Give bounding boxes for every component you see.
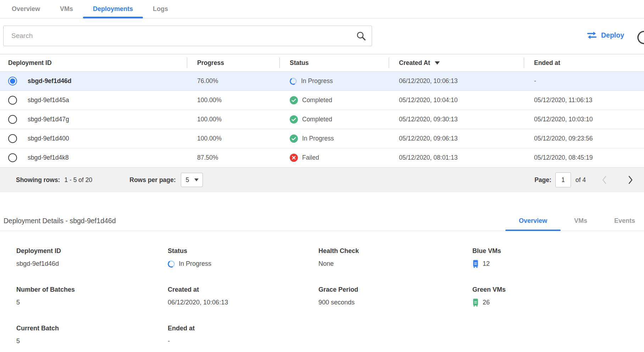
ended-at-value: 05/12/2020, 09:23:56: [524, 135, 644, 142]
rows-per-page-value: 5: [186, 176, 189, 184]
column-header-progress[interactable]: Progress: [187, 54, 279, 71]
detail-field-value: 12: [472, 259, 644, 268]
tab-overview[interactable]: Overview: [2, 0, 50, 18]
detail-field-value: 900 seconds: [318, 298, 472, 307]
details-tab-label: VMs: [574, 217, 587, 225]
ended-at-value: 05/12/2020, 10:03:10: [524, 116, 644, 123]
progress-value: 87.50%: [187, 154, 279, 161]
row-radio[interactable]: [8, 153, 17, 162]
detail-field-value: sbgd-9ef1d46d: [16, 259, 168, 268]
created-at-value: 05/12/2020, 10:04:10: [389, 97, 524, 104]
detail-field-value: In Progress: [168, 259, 318, 268]
deployments-table: Deployment IDProgressStatusCreated AtEnd…: [0, 54, 644, 192]
detail-field-value-text: 12: [483, 260, 490, 268]
deployment-id: sbgd-9ef1d4k8: [28, 154, 69, 161]
details-tab-overview[interactable]: Overview: [505, 211, 561, 231]
deployment-id: sbgd-9ef1d46d: [28, 77, 72, 85]
next-page-button[interactable]: [628, 175, 633, 185]
row-radio[interactable]: [8, 96, 17, 105]
status-label: In Progress: [301, 77, 333, 85]
status-cell: Completed: [279, 115, 389, 123]
detail-field-value-text: 900 seconds: [318, 299, 355, 306]
status-label: In Progress: [302, 135, 334, 142]
tab-vms[interactable]: VMs: [50, 0, 83, 18]
detail-field-value-text: sbgd-9ef1d46d: [16, 260, 59, 268]
search-input[interactable]: [3, 26, 372, 46]
refresh-icon[interactable]: [636, 29, 644, 45]
details-tab-label: Overview: [519, 217, 547, 225]
rows-per-page-select[interactable]: 5: [181, 173, 203, 187]
details-grid: Deployment IDsbgd-9ef1d46dStatusIn Progr…: [16, 247, 644, 346]
table-row[interactable]: sbgd-9ef1d45a100.00% Completed05/12/2020…: [0, 91, 644, 110]
search-icon[interactable]: [356, 31, 366, 41]
column-header-status[interactable]: Status: [279, 54, 389, 71]
detail-field-value: 06/12/2020, 10:06:13: [168, 298, 318, 307]
details-tab-label: Events: [614, 217, 635, 225]
detail-field-value-text: 5: [16, 299, 20, 306]
detail-field-label: Current Batch: [16, 325, 168, 332]
table-row[interactable]: sbgd-9ef1d46d76.00%In Progress06/12/2020…: [0, 72, 644, 91]
detail-field-value-text: In Progress: [179, 260, 211, 268]
tab-label: VMs: [60, 5, 73, 13]
vm-icon: [472, 298, 479, 307]
completed-check-icon: [290, 115, 298, 123]
detail-field-label: Blue VMs: [472, 247, 644, 255]
deployments-page: OverviewVMsDeploymentsLogs Deploy: [0, 0, 644, 352]
detail-field-label: Created at: [168, 286, 318, 293]
previous-page-button[interactable]: [601, 175, 607, 185]
table-row[interactable]: sbgd-9ef1d47g100.00% Completed05/12/2020…: [0, 110, 644, 129]
detail-field-label: Grace Period: [318, 286, 472, 293]
deployment-id: sbgd-9ef1d400: [28, 135, 69, 142]
detail-field-blue-vms: Blue VMs 12: [472, 247, 644, 268]
chevron-right-icon: [628, 175, 633, 185]
row-radio[interactable]: [8, 115, 17, 124]
sort-desc-icon[interactable]: [435, 61, 440, 65]
in-progress-spinner-icon: [167, 259, 176, 268]
detail-field-value-text: 26: [483, 299, 490, 306]
details-tab-events[interactable]: Events: [601, 211, 644, 231]
chevron-left-icon: [601, 175, 607, 185]
progress-value: 76.00%: [187, 77, 279, 85]
deployment-id: sbgd-9ef1d47g: [28, 116, 69, 123]
column-header-created-at[interactable]: Created At: [389, 54, 524, 71]
details-tab-vms[interactable]: VMs: [561, 211, 601, 231]
status-cell: Completed: [279, 96, 389, 104]
table-row[interactable]: sbgd-9ef1d400100.00% In Progress05/12/20…: [0, 129, 644, 148]
status-label: Completed: [302, 116, 332, 123]
detail-field-label: Green VMs: [472, 286, 644, 293]
table-row[interactable]: sbgd-9ef1d4k887.50% Failed05/12/2020, 08…: [0, 148, 644, 167]
detail-field-deployment-id: Deployment IDsbgd-9ef1d46d: [16, 247, 168, 268]
toolbar: Deploy: [0, 18, 644, 54]
detail-field-label: Deployment ID: [16, 247, 168, 255]
vm-icon: [472, 260, 479, 268]
created-at-value: 06/12/2020, 10:06:13: [389, 77, 524, 85]
ended-at-value: -: [524, 77, 644, 85]
details-title: Deployment Details - sbgd-9ef1d46d: [4, 217, 116, 225]
column-header-deployment-id[interactable]: Deployment ID: [0, 54, 187, 71]
detail-field-ended-at: Ended at-: [168, 325, 318, 346]
row-radio[interactable]: [8, 134, 17, 143]
page-number-input[interactable]: [555, 172, 571, 187]
tab-label: Logs: [153, 5, 168, 13]
page-label: Page:: [534, 176, 551, 184]
detail-field-label: Ended at: [168, 325, 318, 332]
created-at-value: 05/12/2020, 09:30:13: [389, 116, 524, 123]
showing-rows-value: 1 - 5 of 20: [64, 176, 92, 184]
deploy-button[interactable]: Deploy: [587, 31, 624, 39]
deployment-id: sbgd-9ef1d45a: [28, 97, 69, 104]
deploy-button-label: Deploy: [601, 31, 624, 39]
detail-field-value-text: 5: [16, 337, 20, 345]
column-header-ended-at[interactable]: Ended at: [524, 54, 644, 71]
status-label: Completed: [302, 97, 332, 104]
table-body: sbgd-9ef1d46d76.00%In Progress06/12/2020…: [0, 72, 644, 167]
rows-per-page-label: Rows per page:: [129, 176, 176, 184]
detail-field-value: None: [318, 259, 472, 268]
ended-at-value: 05/12/2020, 08:45:19: [524, 154, 644, 161]
completed-check-icon: [290, 96, 298, 104]
ended-at-value: 05/12/2020, 11:06:13: [524, 97, 644, 104]
row-radio[interactable]: [8, 77, 17, 86]
tab-deployments[interactable]: Deployments: [83, 0, 143, 18]
page-of-label: of 4: [576, 176, 586, 184]
tab-logs[interactable]: Logs: [143, 0, 178, 18]
detail-field-label: Health Check: [318, 247, 472, 255]
